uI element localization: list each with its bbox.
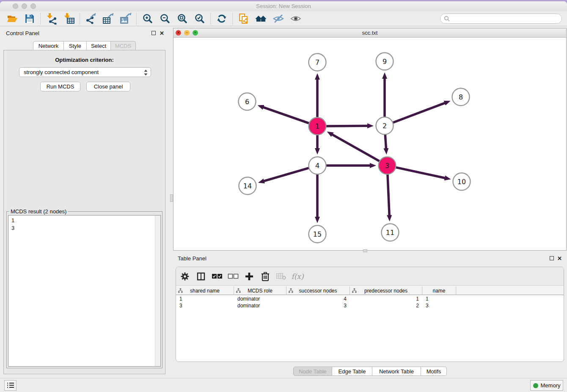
tab-network[interactable]: Network: [33, 41, 64, 50]
tab-style[interactable]: Style: [64, 41, 87, 50]
import-network-button[interactable]: [43, 12, 60, 25]
run-mcds-button[interactable]: Run MCDS: [40, 82, 80, 91]
list-icon: [7, 383, 14, 388]
tab-mcds[interactable]: MCDS: [111, 41, 136, 50]
shared-column-icon: [236, 288, 241, 293]
graph-edge-3-11[interactable]: [388, 173, 389, 215]
add-column-button[interactable]: [241, 269, 257, 284]
titlebar[interactable]: Session: New Session: [0, 1, 567, 11]
shared-column-icon: [352, 288, 357, 293]
control-panel-close-button[interactable]: ✕: [160, 30, 164, 36]
select-stepper-icon: [144, 69, 148, 76]
mcds-result-textarea[interactable]: 1 3: [8, 215, 161, 367]
optimization-criterion-select[interactable]: strongly connected component: [19, 67, 151, 77]
select-all-button[interactable]: [209, 269, 225, 284]
zoom-fit-button[interactable]: [173, 12, 191, 25]
network-frame-titlebar[interactable]: ✕ − + scc.txt: [173, 28, 566, 38]
column-visibility-button[interactable]: [193, 269, 209, 284]
table-tab-edge-table[interactable]: Edge Table: [332, 367, 372, 376]
control-panel-float-button[interactable]: [151, 31, 156, 35]
tab-select[interactable]: Select: [87, 41, 111, 50]
graph-node-label-1: 1: [315, 122, 319, 130]
zoom-selected-button[interactable]: [191, 12, 208, 25]
table-cell[interactable]: dominator: [234, 302, 286, 309]
column-header-successor-nodes[interactable]: successor nodes: [286, 286, 350, 295]
search-input[interactable]: [440, 14, 562, 24]
graph-edge-3-1[interactable]: [332, 135, 380, 162]
network-view-frame: ✕ − + scc.txt 7968124314101511: [173, 28, 567, 251]
import-table-button[interactable]: [60, 12, 77, 25]
memory-button[interactable]: Memory: [530, 380, 563, 391]
graph-edge-2-3[interactable]: [385, 133, 386, 148]
mcds-result-box: MCDS result (2 nodes) 1 3: [6, 211, 162, 368]
show-panel-button[interactable]: [287, 12, 304, 25]
table-panel-close-button[interactable]: ✕: [557, 255, 562, 262]
table-tab-node-table[interactable]: Node Table: [293, 367, 332, 376]
zoom-out-button[interactable]: [156, 12, 173, 25]
table-cell[interactable]: 3: [422, 302, 456, 309]
unchecked-boxes-icon: [228, 273, 239, 279]
graph-edge-1-6[interactable]: [263, 107, 310, 124]
split-divider-handle[interactable]: [170, 194, 173, 202]
mcds-result-lines: 1 3: [11, 217, 14, 232]
mcds-panel: Optimization criterion: strongly connect…: [3, 50, 165, 374]
graph-edge-4-14[interactable]: [264, 168, 310, 181]
graph-node-label-6: 6: [245, 98, 249, 106]
export-network-button[interactable]: [82, 12, 99, 25]
table-cell[interactable]: 1: [350, 295, 422, 302]
table-rows: 1dominator4113dominator323: [176, 295, 564, 309]
graph-svg[interactable]: 7968124314101511: [173, 38, 566, 250]
delete-table-icon: [276, 273, 286, 280]
delete-table-button[interactable]: [273, 269, 289, 284]
export-table-button[interactable]: [99, 12, 117, 25]
export-image-button[interactable]: [117, 12, 134, 25]
close-panel-button[interactable]: Close panel: [86, 82, 130, 91]
plus-icon: [245, 272, 254, 281]
table-row[interactable]: 1dominator411: [176, 295, 564, 302]
app-window: Session: New Session: [0, 1, 567, 392]
graph-node-label-10: 10: [457, 178, 466, 186]
delete-column-button[interactable]: [257, 269, 273, 284]
shared-column-icon: [289, 288, 293, 293]
graph-node-label-3: 3: [385, 162, 389, 170]
zoom-in-button[interactable]: [139, 12, 156, 25]
duplicate-network-button[interactable]: [235, 12, 252, 25]
table-cell[interactable]: 2: [350, 302, 422, 309]
column-header-predecessor-nodes[interactable]: predecessor nodes: [350, 286, 422, 295]
home-button[interactable]: [252, 12, 270, 25]
table-tab-motifs[interactable]: Motifs: [421, 367, 447, 376]
table-cell[interactable]: 4: [286, 295, 350, 302]
column-header-shared-name[interactable]: shared name: [176, 286, 234, 295]
column-label: MCDS role: [248, 288, 272, 294]
table-cell[interactable]: 3: [286, 302, 350, 309]
column-header-MCDS-role[interactable]: MCDS role: [234, 286, 286, 295]
checked-boxes-icon: [212, 273, 223, 279]
table-options-button[interactable]: [177, 269, 193, 284]
frame-resize-handle[interactable]: [363, 249, 367, 252]
table-cell[interactable]: 1: [176, 295, 234, 302]
result-scrollbar[interactable]: [155, 215, 160, 366]
table-cell[interactable]: dominator: [234, 295, 286, 302]
import-table-icon: [63, 13, 75, 25]
hide-panel-button[interactable]: [270, 12, 287, 25]
table-row[interactable]: 3dominator323: [176, 302, 564, 309]
table-tab-network-table[interactable]: Network Table: [372, 367, 421, 376]
table-cell[interactable]: 3: [176, 302, 234, 309]
graph-node-label-14: 14: [243, 182, 252, 190]
open-file-button[interactable]: [3, 12, 21, 25]
refresh-button[interactable]: [213, 12, 230, 25]
memory-status-dot: [533, 383, 538, 388]
duplicate-network-icon: [238, 13, 249, 24]
graph-edge-2-8[interactable]: [392, 103, 445, 123]
eye-icon: [290, 13, 302, 24]
function-builder-button[interactable]: f(x): [289, 269, 306, 284]
save-session-button[interactable]: [21, 12, 38, 25]
task-history-button[interactable]: [4, 380, 17, 391]
graph-edge-3-10[interactable]: [395, 167, 445, 178]
deselect-all-button[interactable]: [225, 269, 241, 284]
table-panel-float-button[interactable]: [550, 256, 554, 260]
table-cell[interactable]: 1: [422, 295, 456, 302]
graph-edge-1-2[interactable]: [325, 126, 367, 126]
column-header-name[interactable]: name: [422, 286, 456, 295]
export-table-icon: [102, 13, 114, 25]
